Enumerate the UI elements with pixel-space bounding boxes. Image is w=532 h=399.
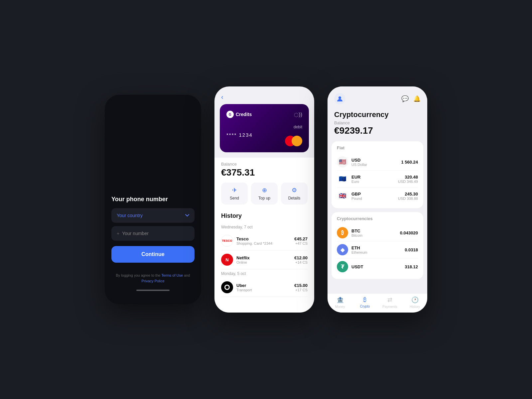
money-nav-icon: 🏦: [336, 296, 344, 304]
card-header: G Credits ◌)): [226, 111, 302, 118]
netflix-logo: N: [221, 254, 233, 266]
tx-netflix-sub: Online: [236, 260, 294, 264]
wallet-header: ‹: [214, 86, 314, 104]
gbp-item: 🇬🇧 GBP Pound 245.30 USD 308.88: [337, 188, 418, 204]
eur-sub: USD 346.49: [398, 180, 418, 184]
nav-payments[interactable]: ⇄ Payments: [377, 296, 402, 309]
history-title: History: [221, 210, 308, 223]
crypto-page-title: Cryptocurrency: [334, 110, 421, 119]
user-avatar[interactable]: [334, 93, 345, 104]
eur-item: 🇪🇺 EUR Euro 320.48 USD 346.49: [337, 171, 418, 188]
svg-point-2: [338, 96, 341, 99]
country-dropdown[interactable]: Your country: [111, 208, 195, 223]
eur-value: 320.48 USD 346.49: [398, 175, 418, 184]
topup-button[interactable]: ⊕ Top up: [251, 183, 278, 204]
money-nav-label: Money: [335, 305, 345, 309]
card-type: debit: [226, 125, 302, 129]
tx-uber-name: Uber: [236, 283, 294, 288]
send-button[interactable]: ✈ Send: [221, 183, 248, 204]
btc-info: BTC Bitcoin: [351, 228, 400, 237]
tesco-logo: TESCO: [221, 235, 233, 247]
chevron-down-icon: [185, 214, 189, 217]
gbp-name: Pound: [351, 197, 398, 200]
card-logo-text: Credits: [236, 112, 252, 117]
crypto-balance-section: Cryptocurrency Balance €9239.17: [328, 108, 427, 141]
plus-icon: +: [117, 231, 119, 236]
gbp-flag: 🇬🇧: [337, 190, 348, 201]
details-icon: ⚙: [292, 187, 297, 194]
bell-icon[interactable]: 🔔: [413, 95, 421, 102]
continue-button[interactable]: Continue: [111, 246, 195, 263]
usd-value: 1 560.24: [401, 160, 418, 165]
nfc-icon: ◌)): [294, 111, 302, 118]
tx-tesco-name: Tesco: [236, 236, 294, 241]
payments-nav-label: Payments: [382, 305, 397, 309]
balance-amount: €375.31: [214, 167, 314, 183]
nav-money[interactable]: 🏦 Money: [328, 296, 352, 309]
topup-icon: ⊕: [262, 187, 267, 194]
payments-nav-icon: ⇄: [387, 296, 392, 304]
bottom-nav: 🏦 Money ₿ Crypto ⇄ Payments 🕐 History: [328, 293, 427, 313]
crypto-balance-amount: €9239.17: [334, 125, 421, 136]
usd-flag: 🇺🇸: [337, 156, 348, 168]
nav-history[interactable]: 🕐 History: [402, 296, 427, 309]
wallet-content: Balance €375.31 ✈ Send ⊕ Top up ⚙ Detail…: [214, 158, 314, 313]
fiat-section-title: Fiat: [337, 145, 418, 150]
send-icon: ✈: [232, 187, 237, 194]
wallet-screen: ‹ G Credits ◌)) debit **** 1234 Balance …: [214, 86, 314, 313]
usdt-value: 318.12: [405, 264, 418, 269]
country-placeholder: Your country: [117, 213, 143, 218]
eth-info: ETH Ethereum: [351, 245, 405, 254]
usdt-item: ₮ USDT 318.12: [337, 258, 418, 275]
gbp-info: GBP Pound: [351, 192, 398, 200]
card-logo: G Credits: [226, 111, 252, 118]
login-title: Your phone number: [111, 196, 195, 203]
tx-tesco: TESCO Tesco Shopping. Card *2344 €45.27 …: [221, 231, 308, 250]
home-indicator: [136, 290, 170, 291]
eur-info: EUR Euro: [351, 175, 398, 184]
uber-icon: [224, 284, 230, 291]
btc-amount: 0.043020: [400, 230, 418, 235]
eth-value: 0.0318: [405, 247, 418, 252]
avatar-icon: [336, 95, 343, 102]
back-button[interactable]: ‹: [221, 93, 223, 101]
tx-netflix-info: Netflix Online: [236, 255, 294, 264]
tx-tesco-cs: +47 CS: [294, 241, 308, 245]
actions-row: ✈ Send ⊕ Top up ⚙ Details: [214, 183, 314, 210]
details-button[interactable]: ⚙ Details: [281, 183, 308, 204]
date-1: Wednesday, 7 oct: [221, 223, 308, 231]
fiat-section: Fiat 🇺🇸 USD US Dollar 1 560.24 🇪🇺 EUR: [332, 141, 423, 208]
nav-crypto[interactable]: ₿ Crypto: [352, 296, 377, 309]
number-placeholder: Your number: [122, 231, 149, 236]
eur-flag: 🇪🇺: [337, 173, 348, 185]
tx-uber-info: Uber Transport: [236, 283, 294, 292]
eth-code: ETH: [351, 245, 405, 250]
login-form: Your phone number Your country + Your nu…: [105, 196, 201, 284]
tx-tesco-eur: €45.27: [294, 236, 308, 241]
crypto-section: Cryptocurrencies ₿ BTC Bitcoin 0.043020 …: [332, 212, 423, 279]
uber-logo: [221, 281, 233, 293]
tx-uber-eur: €15.00: [294, 283, 308, 288]
terms-text: By logging you agree to the Terms of Use…: [111, 273, 195, 284]
history-nav-label: History: [410, 305, 420, 309]
btc-item: ₿ BTC Bitcoin 0.043020: [337, 224, 418, 241]
phone-number-field[interactable]: + Your number: [111, 226, 195, 241]
tx-tesco-info: Tesco Shopping. Card *2344: [236, 236, 294, 245]
terms-link[interactable]: Terms of Use: [161, 273, 183, 277]
gbp-amount: 245.30: [398, 192, 418, 197]
usd-amount: 1 560.24: [401, 160, 418, 165]
history-nav-icon: 🕐: [411, 296, 419, 304]
card-logo-icon: G: [226, 111, 234, 118]
btc-value: 0.043020: [400, 230, 418, 235]
tx-uber-cs: +17 CS: [294, 288, 308, 292]
usd-item: 🇺🇸 USD US Dollar 1 560.24: [337, 154, 418, 171]
crypto-nav-label: Crypto: [360, 305, 370, 308]
btc-name: Bitcoin: [351, 233, 400, 237]
chat-icon[interactable]: 💬: [401, 95, 409, 102]
balance-label: Balance: [214, 158, 314, 167]
tx-netflix-cs: +14 CS: [294, 260, 308, 264]
tx-netflix-eur: €12.00: [294, 255, 308, 260]
privacy-link[interactable]: Privacy Police: [141, 279, 164, 283]
eth-icon: ◆: [337, 244, 348, 255]
eth-item: ◆ ETH Ethereum 0.0318: [337, 241, 418, 258]
